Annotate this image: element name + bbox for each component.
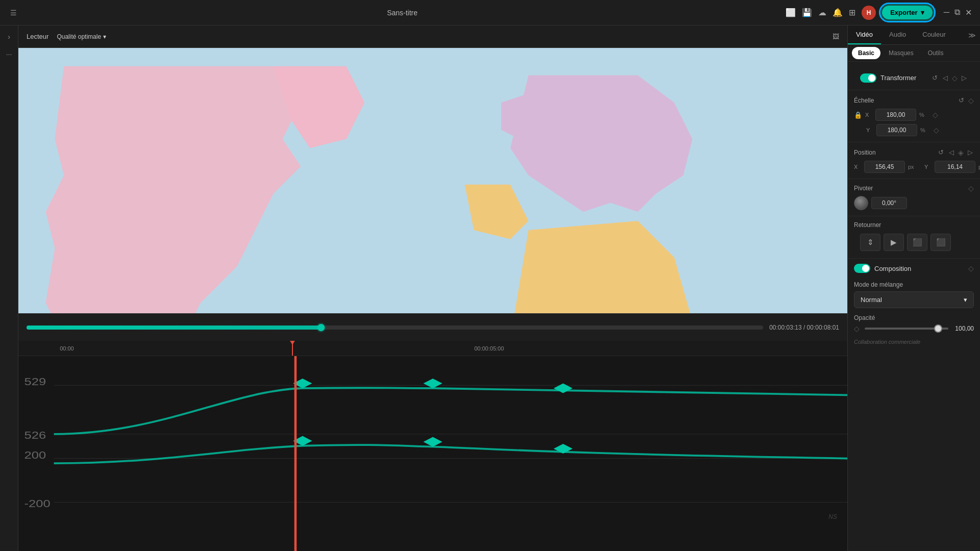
echelle-y-input[interactable]: [876, 124, 917, 136]
kf-time-1: 00:00:05:00: [474, 345, 504, 352]
position-x-unit: px: [908, 164, 918, 170]
reader-label: Lecteur: [27, 33, 48, 40]
position-keyframe-icon[interactable]: ◈: [958, 148, 964, 157]
keyframe-area: 00:00 00:00:05:00 529 526 200 -200: [18, 341, 847, 551]
workspace: › ··· Lecteur Qualité optimale ▾ 🖼: [0, 26, 980, 551]
opacity-value: 100,00: [953, 325, 974, 332]
position-x-row: X px Y px: [854, 159, 974, 174]
echelle-reset-icon[interactable]: ↺: [958, 95, 965, 105]
pivoter-section: Pivoter ◇: [848, 179, 980, 216]
tab-audio[interactable]: Audio: [881, 26, 914, 44]
blend-dropdown[interactable]: Normal ▾: [854, 291, 974, 308]
opacity-label: Opacité: [854, 314, 974, 321]
position-section: Position ↺ ◁ ◈ ▷ X px Y px: [848, 142, 980, 179]
position-y-input[interactable]: [935, 161, 975, 173]
panel-expand-icon[interactable]: ≫: [968, 31, 976, 39]
position-label-row: Position ↺ ◁ ◈ ▷: [854, 145, 974, 159]
transformer-prev-icon[interactable]: ◁: [942, 73, 949, 83]
flip-horizontal-btn[interactable]: ▶: [884, 234, 904, 251]
menu-icon[interactable]: ☰: [8, 7, 19, 19]
export-label: Exporter: [890, 9, 917, 16]
echelle-y-keyframe-icon[interactable]: ◇: [934, 126, 939, 134]
position-reset-icon[interactable]: ↺: [937, 147, 945, 157]
position-prev-icon[interactable]: ◁: [948, 147, 955, 157]
position-next-icon[interactable]: ▷: [967, 147, 974, 157]
transformer-next-icon[interactable]: ▷: [961, 73, 968, 83]
tab-video[interactable]: Vidéo: [848, 26, 881, 44]
pivoter-keyframe-icon[interactable]: ◇: [968, 184, 974, 192]
ellipsis-icon[interactable]: ···: [4, 48, 14, 60]
window-controls: ─ ⧉ ✕: [944, 8, 972, 17]
echelle-x-row: 🔒 X % ◇: [854, 107, 974, 122]
app-title: Sans-titre: [387, 9, 418, 17]
right-panel: Vidéo Audio Couleur ≫ Basic Masques Outi…: [847, 26, 980, 551]
opacity-row: ◇ 100,00: [854, 324, 974, 333]
tab-couleur[interactable]: Couleur: [914, 26, 954, 44]
image-icon[interactable]: 🖼: [832, 33, 839, 40]
close-icon[interactable]: ✕: [965, 8, 972, 17]
position-x-label: X: [854, 164, 861, 170]
sub-tab-masques[interactable]: Masques: [883, 47, 920, 59]
echelle-y-unit: %: [920, 127, 930, 133]
retourner-section: Retourner ⇕ ▶ ⬛ ⬛: [848, 216, 980, 259]
opacity-thumb: [934, 324, 942, 333]
restore-icon[interactable]: ⧉: [954, 8, 960, 17]
svg-marker-14: [554, 383, 573, 393]
grid-icon[interactable]: ⊞: [849, 8, 855, 17]
flip-btn-3[interactable]: ⬛: [907, 234, 927, 251]
echelle-x-keyframe-icon[interactable]: ◇: [933, 111, 938, 119]
flip-vertical-btn[interactable]: ⇕: [860, 234, 880, 251]
opacity-keyframe-icon[interactable]: ◇: [854, 324, 860, 333]
transformer-toggle[interactable]: [860, 73, 876, 83]
panel-tabs: Vidéo Audio Couleur ≫: [848, 26, 980, 45]
pivoter-label-row: Pivoter ◇: [854, 182, 974, 194]
transformer-title: Transformer: [880, 74, 927, 82]
transformer-reset-icon[interactable]: ↺: [931, 73, 939, 83]
retourner-label-row: Retourner: [854, 219, 974, 231]
echelle-x-label: X: [865, 112, 872, 118]
echelle-keyframe-icon[interactable]: ◇: [968, 96, 974, 105]
svg-marker-13: [423, 379, 442, 388]
kf-curves: 529 526 200 -200: [18, 356, 847, 551]
commercial-watermark: Collaboration commerciale: [848, 336, 980, 348]
left-sidebar: › ···: [0, 26, 18, 551]
map-background: [18, 48, 847, 313]
cloud-icon[interactable]: ☁: [818, 8, 826, 17]
pivoter-circle[interactable]: [854, 196, 868, 210]
transformer-actions: ↺ ◁ ◇ ▷: [931, 73, 968, 83]
export-button[interactable]: Exporter ▾: [882, 6, 932, 19]
quality-dropdown[interactable]: Qualité optimale ▾: [57, 33, 106, 40]
sub-tab-basic[interactable]: Basic: [852, 47, 880, 59]
progress-bar[interactable]: [27, 325, 763, 330]
blend-label: Mode de mélange: [854, 281, 974, 288]
quality-label: Qualité optimale: [57, 33, 101, 40]
logo-watermark: NS: [828, 513, 837, 520]
echelle-label: Échelle: [854, 97, 885, 104]
flip-btn-4[interactable]: ⬛: [930, 234, 951, 251]
svg-text:200: 200: [24, 449, 46, 461]
kf-timeline-header: 00:00 00:00:05:00: [18, 341, 847, 356]
timeline-bar: 00:00:03:13 / 00:00:08:01: [18, 313, 847, 341]
progress-thumb[interactable]: [317, 324, 325, 331]
sub-tab-outils[interactable]: Outils: [922, 47, 950, 59]
avatar[interactable]: H: [862, 6, 876, 20]
echelle-y-label: Y: [866, 127, 873, 133]
transformer-keyframe-icon[interactable]: ◇: [952, 74, 958, 82]
position-x-input[interactable]: [864, 161, 905, 173]
top-bar: ☰ Sans-titre ⬜ 💾 ☁ 🔔 ⊞ H Exporter ▾ ─ ⧉ …: [0, 0, 980, 26]
pivoter-row: [854, 194, 974, 212]
minimize-icon[interactable]: ─: [944, 8, 949, 17]
echelle-x-input[interactable]: [875, 109, 916, 121]
svg-text:529: 529: [24, 375, 46, 387]
echelle-section: Échelle ↺ ◇ 🔒 X % ◇ Y %: [848, 90, 980, 142]
bell-icon[interactable]: 🔔: [832, 8, 843, 17]
save-icon[interactable]: 💾: [802, 8, 812, 17]
opacity-slider[interactable]: [865, 328, 948, 330]
pivoter-input[interactable]: [871, 197, 907, 209]
composition-toggle[interactable]: [854, 264, 870, 273]
monitor-icon[interactable]: ⬜: [786, 8, 796, 17]
svg-text:526: 526: [24, 429, 46, 441]
retourner-buttons: ⇕ ▶ ⬛ ⬛: [854, 231, 974, 254]
composition-keyframe-icon[interactable]: ◇: [968, 264, 974, 272]
chevron-right-icon[interactable]: ›: [6, 31, 12, 43]
